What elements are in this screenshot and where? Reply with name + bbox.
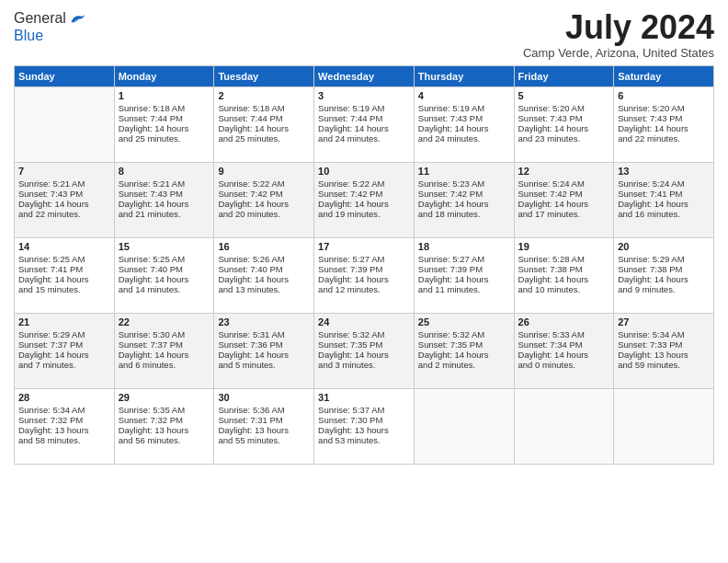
logo-general-text: General xyxy=(14,10,66,27)
day-number: 6 xyxy=(618,90,710,101)
day-number: 4 xyxy=(418,90,510,101)
day-number: 20 xyxy=(618,241,710,252)
calendar-cell: 6Sunrise: 5:20 AMSunset: 7:43 PMDaylight… xyxy=(614,86,714,162)
day-info-line: and 19 minutes. xyxy=(318,209,410,219)
day-info-line: and 6 minutes. xyxy=(119,360,210,370)
calendar-week-1: 1Sunrise: 5:18 AMSunset: 7:44 PMDaylight… xyxy=(15,86,714,162)
day-info-line: and 14 minutes. xyxy=(119,284,210,294)
day-number: 15 xyxy=(119,241,210,252)
day-info-line: Sunset: 7:35 PM xyxy=(418,339,510,350)
day-info-line: Sunset: 7:41 PM xyxy=(18,264,110,274)
calendar-cell: 12Sunrise: 5:24 AMSunset: 7:42 PMDayligh… xyxy=(514,162,614,237)
calendar-cell: 16Sunrise: 5:26 AMSunset: 7:40 PMDayligh… xyxy=(214,237,314,313)
day-info-line: Sunset: 7:43 PM xyxy=(119,189,210,199)
calendar-cell xyxy=(15,86,115,162)
day-info-line: Sunrise: 5:27 AM xyxy=(418,254,510,264)
day-info-line: Daylight: 14 hours xyxy=(218,123,310,133)
day-info-line: Daylight: 14 hours xyxy=(618,199,710,209)
logo-blue-text: Blue xyxy=(14,28,86,44)
day-info-line: Sunrise: 5:24 AM xyxy=(518,178,610,189)
calendar-cell xyxy=(414,388,514,464)
day-info-line: Sunrise: 5:32 AM xyxy=(418,329,510,339)
calendar-cell: 10Sunrise: 5:22 AMSunset: 7:42 PMDayligh… xyxy=(314,162,415,237)
day-info-line: and 24 minutes. xyxy=(318,133,410,144)
day-info-line: and 17 minutes. xyxy=(518,209,610,219)
day-info-line: Daylight: 14 hours xyxy=(518,350,610,360)
location-text: Camp Verde, Arizona, United States xyxy=(523,46,714,60)
day-info-line: Sunset: 7:43 PM xyxy=(618,113,710,123)
day-info-line: Sunset: 7:32 PM xyxy=(119,415,210,425)
day-info-line: and 3 minutes. xyxy=(318,360,410,370)
calendar-cell: 29Sunrise: 5:35 AMSunset: 7:32 PMDayligh… xyxy=(114,388,214,464)
title-block: July 2024 Camp Verde, Arizona, United St… xyxy=(523,9,714,60)
day-info-line: Sunset: 7:37 PM xyxy=(119,339,210,350)
day-number: 3 xyxy=(318,90,410,101)
day-number: 11 xyxy=(418,166,510,177)
day-info-line: Daylight: 13 hours xyxy=(618,350,710,360)
day-number: 26 xyxy=(518,316,610,327)
day-info-line: Sunset: 7:36 PM xyxy=(218,339,310,350)
day-info-line: Sunrise: 5:21 AM xyxy=(18,178,110,189)
day-info-line: Daylight: 14 hours xyxy=(418,350,510,360)
day-info-line: Sunrise: 5:25 AM xyxy=(119,254,210,264)
day-info-line: Daylight: 14 hours xyxy=(318,199,410,209)
day-info-line: Sunrise: 5:36 AM xyxy=(218,405,310,415)
day-info-line: Sunrise: 5:34 AM xyxy=(18,405,110,415)
day-number: 24 xyxy=(318,316,410,327)
day-info-line: and 2 minutes. xyxy=(418,360,510,370)
calendar-cell: 3Sunrise: 5:19 AMSunset: 7:44 PMDaylight… xyxy=(314,86,415,162)
day-info-line: and 53 minutes. xyxy=(318,435,410,445)
day-info-line: and 16 minutes. xyxy=(618,209,710,219)
day-info-line: Sunrise: 5:26 AM xyxy=(218,254,310,264)
header-row: Sunday Monday Tuesday Wednesday Thursday… xyxy=(15,65,714,86)
col-thursday: Thursday xyxy=(414,65,514,86)
day-number: 30 xyxy=(218,392,310,403)
day-number: 17 xyxy=(318,241,410,252)
calendar-cell: 22Sunrise: 5:30 AMSunset: 7:37 PMDayligh… xyxy=(114,313,214,388)
day-info-line: Daylight: 14 hours xyxy=(518,199,610,209)
day-info-line: Daylight: 13 hours xyxy=(318,425,410,435)
calendar-week-4: 21Sunrise: 5:29 AMSunset: 7:37 PMDayligh… xyxy=(15,313,714,388)
day-number: 31 xyxy=(318,392,410,403)
day-info-line: and 20 minutes. xyxy=(218,209,310,219)
logo: General Blue xyxy=(14,9,86,44)
day-info-line: Sunrise: 5:19 AM xyxy=(318,103,410,113)
calendar-cell: 24Sunrise: 5:32 AMSunset: 7:35 PMDayligh… xyxy=(314,313,415,388)
day-info-line: Sunrise: 5:21 AM xyxy=(119,178,210,189)
day-number: 8 xyxy=(119,166,210,177)
calendar-cell: 5Sunrise: 5:20 AMSunset: 7:43 PMDaylight… xyxy=(514,86,614,162)
day-info-line: Daylight: 14 hours xyxy=(119,199,210,209)
day-info-line: Sunset: 7:44 PM xyxy=(218,113,310,123)
day-info-line: Sunset: 7:43 PM xyxy=(518,113,610,123)
day-number: 1 xyxy=(119,90,210,101)
day-info-line: Daylight: 14 hours xyxy=(418,123,510,133)
day-info-line: Daylight: 14 hours xyxy=(119,123,210,133)
day-info-line: Sunrise: 5:18 AM xyxy=(218,103,310,113)
day-info-line: Sunset: 7:44 PM xyxy=(119,113,210,123)
day-info-line: and 22 minutes. xyxy=(618,133,710,144)
day-number: 16 xyxy=(218,241,310,252)
day-info-line: Daylight: 14 hours xyxy=(618,123,710,133)
day-info-line: Sunrise: 5:27 AM xyxy=(318,254,410,264)
calendar-cell: 18Sunrise: 5:27 AMSunset: 7:39 PMDayligh… xyxy=(414,237,514,313)
day-number: 2 xyxy=(218,90,310,101)
calendar-cell: 26Sunrise: 5:33 AMSunset: 7:34 PMDayligh… xyxy=(514,313,614,388)
day-info-line: and 58 minutes. xyxy=(18,435,110,445)
day-number: 10 xyxy=(318,166,410,177)
day-info-line: Sunrise: 5:22 AM xyxy=(218,178,310,189)
calendar-cell: 17Sunrise: 5:27 AMSunset: 7:39 PMDayligh… xyxy=(314,237,415,313)
day-info-line: Daylight: 14 hours xyxy=(418,274,510,284)
day-info-line: Sunset: 7:40 PM xyxy=(119,264,210,274)
calendar-cell: 2Sunrise: 5:18 AMSunset: 7:44 PMDaylight… xyxy=(214,86,314,162)
calendar-week-2: 7Sunrise: 5:21 AMSunset: 7:43 PMDaylight… xyxy=(15,162,714,237)
calendar-cell: 4Sunrise: 5:19 AMSunset: 7:43 PMDaylight… xyxy=(414,86,514,162)
calendar-cell xyxy=(614,388,714,464)
day-info-line: and 25 minutes. xyxy=(119,133,210,144)
calendar-cell: 8Sunrise: 5:21 AMSunset: 7:43 PMDaylight… xyxy=(114,162,214,237)
calendar-cell: 20Sunrise: 5:29 AMSunset: 7:38 PMDayligh… xyxy=(614,237,714,313)
calendar-cell: 9Sunrise: 5:22 AMSunset: 7:42 PMDaylight… xyxy=(214,162,314,237)
day-number: 28 xyxy=(18,392,110,403)
calendar-week-3: 14Sunrise: 5:25 AMSunset: 7:41 PMDayligh… xyxy=(15,237,714,313)
day-info-line: Sunrise: 5:33 AM xyxy=(518,329,610,339)
col-monday: Monday xyxy=(114,65,214,86)
